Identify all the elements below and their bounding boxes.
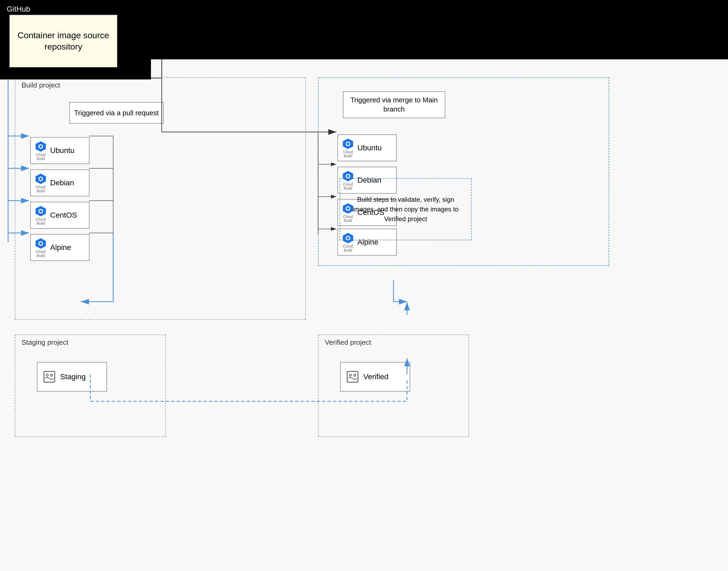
svg-point-5 (39, 145, 42, 148)
pr-alpine-box: CloudBuild Alpine (30, 234, 89, 261)
staging-label: Staging (60, 372, 86, 381)
build-steps-text: Build steps to validate, verify, sign im… (346, 195, 466, 224)
svg-point-20 (347, 175, 349, 178)
merge-ubuntu-label: Ubuntu (357, 143, 382, 152)
verified-label: Verified (363, 372, 388, 381)
staging-project-container: Staging project Staging (15, 335, 166, 437)
pr-debian-label: Debian (50, 179, 74, 187)
pr-debian-box: CloudBuild Debian (30, 169, 89, 196)
svg-rect-27 (44, 371, 55, 382)
merge-trigger-box: Triggered via merge to Main branch (343, 91, 445, 118)
artifact-registry-icon-staging (42, 370, 56, 384)
pr-centos-label: CentOS (50, 211, 77, 220)
cloud-build-icon-ubuntu-pr: CloudBuild (34, 140, 47, 161)
svg-point-29 (51, 374, 53, 376)
container-repo-box: Container image source repository (9, 15, 117, 67)
cloud-build-icon-ubuntu-merge: CloudBuild (342, 138, 354, 158)
github-label: GitHub (7, 5, 30, 13)
merge-trigger-text: Triggered via merge to Main branch (346, 96, 443, 114)
build-project-label: Build project (19, 81, 62, 89)
svg-point-32 (354, 374, 356, 376)
container-repo-text: Container image source repository (10, 27, 117, 55)
build-steps-note-box: Build steps to validate, verify, sign im… (340, 178, 472, 240)
verified-box: Verified (340, 362, 410, 391)
cloud-build-icon-centos-pr: CloudBuild (34, 205, 47, 226)
cloud-build-icon-debian-pr: CloudBuild (34, 173, 47, 193)
pr-ubuntu-box: CloudBuild Ubuntu (30, 137, 89, 164)
svg-point-17 (347, 142, 349, 145)
svg-point-14 (39, 242, 42, 245)
artifact-registry-icon-verified (346, 370, 360, 384)
gcp-section: Google Cloud Platform Build project Trig… (0, 59, 728, 571)
pull-request-trigger-box: Triggered via a pull request (69, 102, 164, 124)
pr-centos-box: CloudBuild CentOS (30, 202, 89, 229)
svg-point-8 (39, 178, 42, 180)
verified-project-container: Verified project Verified (318, 335, 469, 437)
verified-project-label: Verified project (323, 338, 373, 347)
pr-alpine-label: Alpine (50, 243, 71, 252)
build-project-container: Build project Triggered via a pull reque… (15, 77, 306, 320)
svg-point-31 (349, 374, 352, 376)
github-section: GitHub Container image source repository (0, 0, 151, 80)
svg-point-28 (46, 374, 48, 376)
staging-project-label: Staging project (19, 338, 70, 347)
staging-box: Staging (37, 362, 107, 391)
svg-point-11 (39, 210, 42, 213)
pr-ubuntu-label: Ubuntu (50, 146, 74, 155)
svg-rect-30 (347, 371, 358, 382)
pull-request-trigger-text: Triggered via a pull request (74, 109, 159, 117)
cloud-build-icon-alpine-pr: CloudBuild (34, 237, 47, 258)
merge-ubuntu-box: CloudBuild Ubuntu (338, 134, 397, 161)
